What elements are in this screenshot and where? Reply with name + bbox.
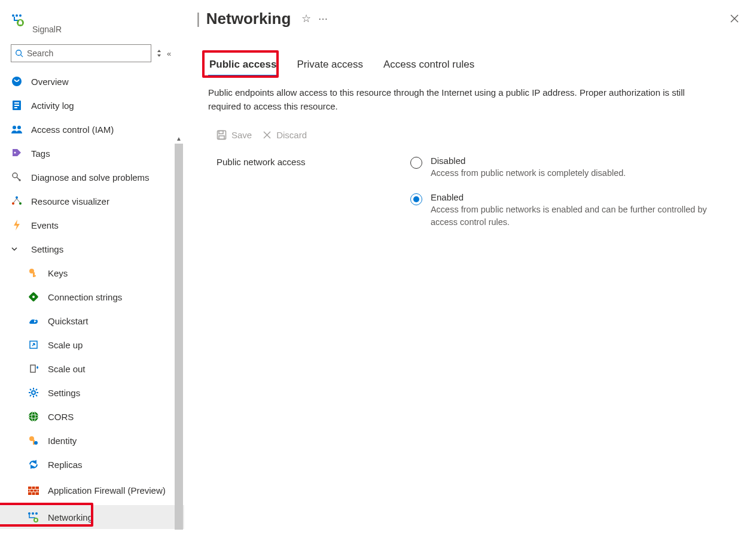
svg-point-18: [16, 196, 18, 199]
svg-marker-46: [33, 461, 36, 463]
nav-diagnose[interactable]: Diagnose and solve problems: [0, 165, 184, 189]
save-label: Save: [231, 130, 252, 140]
radio-disabled-label: Disabled: [431, 156, 626, 166]
nav-label: Tags: [31, 148, 50, 159]
svg-rect-30: [31, 365, 35, 372]
diagnose-icon: [11, 171, 23, 183]
replicas-icon: [28, 458, 39, 470]
save-button[interactable]: Save: [217, 130, 252, 140]
nav-events[interactable]: Events: [0, 213, 184, 237]
nav-keys[interactable]: Keys: [0, 261, 184, 285]
nav-label: Scale out: [48, 364, 86, 374]
scrollbar-up-arrow[interactable]: ▲: [175, 134, 183, 142]
tab-private-access[interactable]: Private access: [295, 56, 364, 77]
svg-point-20: [19, 202, 22, 205]
svg-rect-11: [14, 102, 19, 104]
page-title: Networking: [206, 10, 291, 28]
svg-line-22: [17, 199, 20, 202]
nav-label: Events: [31, 220, 59, 230]
svg-marker-8: [157, 54, 161, 57]
nav-quickstart[interactable]: Quickstart: [0, 309, 184, 333]
main: | Networking ☆ ⋯ Public access Private a…: [184, 0, 756, 544]
nav-app-firewall[interactable]: Application Firewall (Preview): [0, 476, 184, 505]
svg-point-31: [32, 391, 35, 394]
tags-icon: [11, 147, 23, 159]
more-menu-icon[interactable]: ⋯: [318, 13, 329, 25]
form-label-public-network-access: Public network access: [217, 156, 339, 228]
search-input[interactable]: [23, 48, 147, 58]
breadcrumb-separator: |: [196, 10, 200, 28]
description-text: Public endpoints allow access to this re…: [184, 77, 723, 113]
tab-public-access[interactable]: Public access: [208, 56, 278, 77]
discard-label: Discard: [276, 130, 307, 140]
nav-label: Scale up: [48, 340, 83, 350]
firewall-icon: [28, 485, 39, 497]
nav-scale-out[interactable]: Scale out: [0, 357, 184, 381]
main-header: | Networking ☆ ⋯: [184, 0, 756, 32]
nav-cors[interactable]: CORS: [0, 405, 184, 428]
radio-group-public-access: Disabled Access from public network is c…: [410, 156, 732, 228]
favorite-star-icon[interactable]: ☆: [301, 12, 311, 25]
svg-point-2: [19, 14, 22, 17]
nav-label: Identity: [48, 436, 77, 446]
svg-point-16: [14, 152, 16, 154]
events-icon: [11, 219, 23, 231]
sidebar: SignalR « Ov: [0, 0, 184, 544]
svg-line-38: [30, 395, 31, 396]
iam-icon: [11, 123, 23, 135]
nav-group-settings[interactable]: Settings: [0, 237, 184, 261]
radio-disabled[interactable]: [410, 157, 422, 169]
svg-line-6: [21, 55, 23, 57]
svg-point-17: [13, 173, 17, 178]
chevron-down-icon: [11, 245, 23, 253]
visualizer-icon: [11, 195, 23, 207]
scrollbar-thumb[interactable]: [175, 144, 183, 530]
collapse-sidebar-icon[interactable]: «: [167, 49, 177, 58]
identity-icon: [28, 434, 39, 446]
tab-label: Public access: [209, 59, 276, 70]
close-button[interactable]: [725, 11, 744, 26]
nav-tags[interactable]: Tags: [0, 141, 184, 165]
nav-replicas[interactable]: Replicas: [0, 452, 184, 476]
save-icon: [217, 130, 227, 140]
nav-label: Connection strings: [48, 292, 122, 302]
svg-line-39: [36, 389, 37, 390]
nav-label: Settings: [48, 388, 80, 398]
sort-icon[interactable]: [156, 48, 162, 58]
tab-label: Access control rules: [383, 59, 474, 70]
svg-marker-7: [157, 50, 161, 52]
nav-resource-visualizer[interactable]: Resource visualizer: [0, 189, 184, 213]
radio-enabled-desc: Access from public networks is enabled a…: [431, 203, 732, 228]
search-icon: [15, 49, 23, 57]
svg-point-40: [29, 412, 38, 421]
nav-access-control[interactable]: Access control (IAM): [0, 117, 184, 141]
nav-identity[interactable]: Identity: [0, 428, 184, 452]
discard-button[interactable]: Discard: [263, 130, 307, 140]
nav-label: CORS: [48, 412, 74, 422]
svg-point-19: [12, 202, 14, 205]
nav-label: Activity log: [31, 101, 74, 111]
keys-icon: [28, 267, 39, 279]
scrollbar[interactable]: ▲: [173, 144, 184, 544]
nav-label: Replicas: [48, 460, 83, 470]
nav-label: Application Firewall (Preview): [48, 485, 166, 497]
svg-point-45: [34, 441, 38, 445]
svg-point-1: [16, 14, 18, 17]
svg-rect-67: [219, 136, 224, 139]
nav-settings[interactable]: Settings: [0, 381, 184, 405]
nav-overview[interactable]: Overview: [0, 69, 184, 93]
search-input-container[interactable]: [11, 44, 151, 62]
tab-access-control-rules[interactable]: Access control rules: [382, 56, 475, 77]
overview-icon: [11, 75, 23, 87]
svg-rect-25: [33, 275, 36, 276]
tab-label: Private access: [297, 59, 363, 70]
svg-point-5: [16, 50, 22, 56]
radio-enabled[interactable]: [410, 193, 422, 205]
connection-strings-icon: [28, 291, 39, 303]
nav-scale-up[interactable]: Scale up: [0, 333, 184, 357]
settings-icon: [28, 387, 39, 399]
cors-icon: [28, 411, 39, 423]
nav-list: Overview Activity log Access control (IA…: [0, 69, 184, 529]
nav-activity-log[interactable]: Activity log: [0, 93, 184, 117]
nav-connection-strings[interactable]: Connection strings: [0, 285, 184, 309]
